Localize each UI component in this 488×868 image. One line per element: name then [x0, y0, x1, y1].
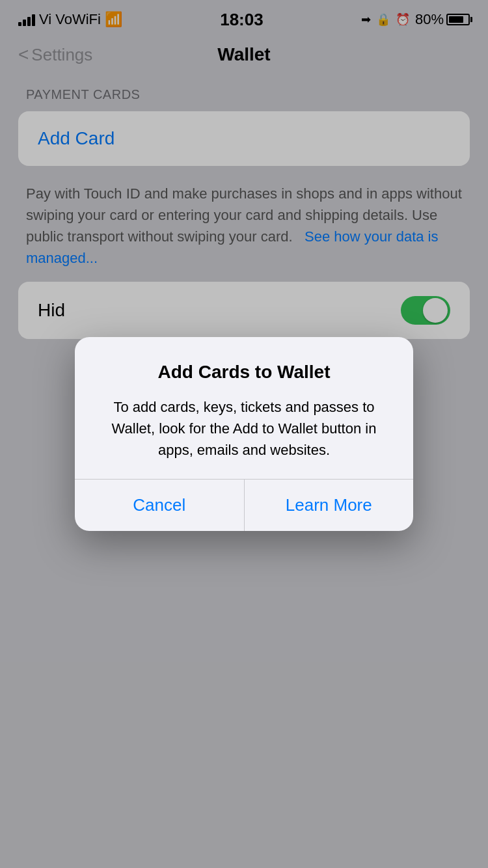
alert-dialog: Add Cards to Wallet To add cards, keys, … — [75, 337, 413, 530]
learn-more-button[interactable]: Learn More — [245, 480, 414, 531]
alert-buttons: Cancel Learn More — [75, 479, 413, 531]
cancel-button[interactable]: Cancel — [75, 480, 245, 531]
alert-message: To add cards, keys, tickets and passes t… — [98, 396, 390, 461]
modal-overlay: Add Cards to Wallet To add cards, keys, … — [0, 0, 488, 868]
alert-content: Add Cards to Wallet To add cards, keys, … — [75, 337, 413, 478]
alert-title: Add Cards to Wallet — [98, 360, 390, 384]
